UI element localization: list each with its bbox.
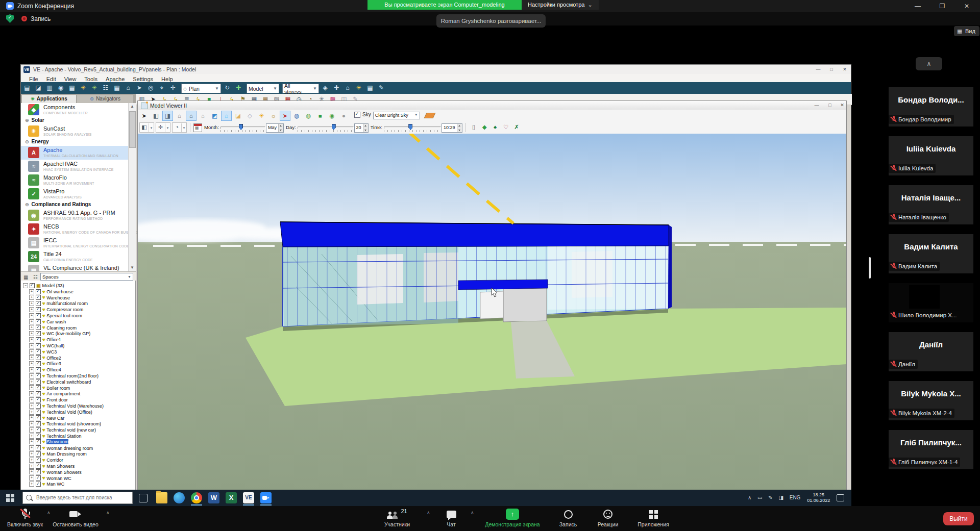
viewer-close-button[interactable]: ✕	[837, 102, 847, 109]
tree-row[interactable]: +♥WC(hall)	[29, 341, 135, 347]
tree-icon[interactable]: ♠	[491, 122, 500, 132]
action-center-icon[interactable]	[837, 494, 844, 501]
hidden-line-icon[interactable]: ⌂	[198, 111, 208, 121]
checkbox[interactable]	[36, 482, 41, 487]
pan-icon[interactable]: ✛	[168, 83, 178, 93]
sky-checkbox[interactable]	[354, 112, 360, 118]
view-mode-select[interactable]: ◇Plan▼	[181, 84, 221, 93]
wire-mode-icon[interactable]: ⌂	[186, 111, 197, 121]
zoom-in-icon[interactable]: ◎	[145, 83, 156, 93]
day-spinner[interactable]: 20	[354, 123, 369, 133]
cell-icon[interactable]: ◉	[327, 111, 337, 121]
tab-applications[interactable]: ✳Applications	[22, 95, 76, 103]
close-button[interactable]: ✕	[955, 0, 978, 12]
3d-viewport[interactable]	[138, 134, 846, 493]
pen-icon[interactable]: ✎	[768, 490, 772, 506]
people-icon[interactable]: ☷	[33, 274, 38, 280]
spin-up-icon[interactable]	[363, 124, 368, 128]
globe-green-icon[interactable]: ◍	[303, 111, 314, 121]
copy-view-icon[interactable]: ◧	[151, 111, 161, 121]
ve-close-button[interactable]: ✕	[840, 66, 850, 73]
language-indicator[interactable]: ENG	[790, 490, 801, 506]
display-mode-select[interactable]: Model▼	[247, 84, 279, 93]
security-shield-icon[interactable]	[6, 14, 14, 23]
viewer-title-bar[interactable]: Model Viewer II — □ ✕	[138, 101, 846, 110]
tree-row[interactable]: +♥Woman Showers	[29, 467, 135, 473]
time-slider[interactable]	[384, 123, 440, 132]
edge-icon[interactable]	[174, 492, 185, 503]
participants-chevron[interactable]: ∧	[427, 510, 430, 515]
green-cube-icon[interactable]: ■	[315, 111, 326, 121]
scroll-up-icon[interactable]: ▲	[129, 103, 136, 110]
month-slider[interactable]	[220, 123, 264, 132]
application-item[interactable]: A Apache THERMAL CALCULATION AND SIMULAT…	[21, 146, 135, 160]
axis-icon[interactable]: ✛▾	[156, 122, 170, 133]
collapse-icon[interactable]: −	[23, 283, 28, 288]
paste-view-icon[interactable]: ◨	[162, 111, 173, 121]
tree-row[interactable]: +♥New Car	[29, 413, 135, 419]
tree-row[interactable]: +♥Car wash	[29, 317, 135, 323]
tree-row[interactable]: +♥Woman WC	[29, 473, 135, 479]
model-db-icon[interactable]: ◉	[56, 83, 66, 93]
folder-model-icon[interactable]: ▦	[67, 83, 77, 93]
tree-row[interactable]: +♥WC (low-mobility GP)	[29, 328, 135, 335]
application-item[interactable]: ✓ VistaPro ADVANCED ANALYSIS	[21, 187, 135, 201]
video-options-chevron[interactable]: ∧	[106, 510, 110, 515]
tree-row[interactable]: +♥Special tool room	[29, 311, 135, 317]
taskbar-clock[interactable]: 18:2501.06.2022	[807, 492, 830, 503]
shade-mode-icon[interactable]: ⌂	[174, 111, 185, 121]
month-spinner[interactable]: May	[266, 123, 284, 133]
eraser-icon[interactable]	[424, 113, 435, 118]
participant-tile[interactable]: Бондар Володи... Бондар Володимир	[889, 87, 973, 127]
collapse-panel-button[interactable]: ∧	[916, 57, 942, 70]
display-icon[interactable]: ▭	[757, 490, 762, 506]
sun-small-icon[interactable]: ☀	[354, 83, 364, 93]
viewer-maximize-button[interactable]: □	[825, 102, 835, 109]
tree-row[interactable]: +♥Electrical switchboard	[29, 377, 135, 383]
north-arrow-icon[interactable]: ➤	[280, 111, 290, 121]
grid-icon[interactable]: ▦	[365, 83, 375, 93]
sphere-icon[interactable]: ●	[338, 111, 349, 121]
tree-row[interactable]: +♥Technical void (new car)	[29, 425, 135, 431]
participant-tile[interactable]: Гліб Пилипчук... Гліб Пилипчук ХМ-1-4	[889, 430, 973, 469]
application-item[interactable]: ≈ ApacheHVAC HVAC SYSTEM SIMULATION INTE…	[21, 160, 135, 173]
application-item[interactable]: ◉ ASHRAE 90.1 App. G - PRM PERFORMANCE R…	[21, 209, 135, 222]
zoom-window-icon[interactable]: ⌖	[157, 83, 167, 93]
grid-icon[interactable]: ▦	[23, 274, 28, 280]
add-person-icon[interactable]: ✚	[233, 83, 243, 93]
tree-row[interactable]: +♥Woman dreesing room	[29, 443, 135, 449]
participants-button[interactable]: 21 Участники	[377, 508, 418, 527]
tree-row[interactable]: +♥Office3	[29, 359, 135, 365]
tree-row[interactable]: +♥Technical Void (Office)	[29, 407, 135, 413]
stop-video-button[interactable]: Остановить видео	[50, 508, 101, 527]
tree-row[interactable]: +♥Office2	[29, 353, 135, 359]
tree-row[interactable]: +♥Technical room(2nd floor)	[29, 371, 135, 377]
taskbar-search[interactable]	[22, 492, 133, 504]
orbit-icon[interactable]: ◔▾	[172, 122, 187, 133]
cylinder-icon[interactable]: ▯	[469, 122, 479, 132]
ve-minimize-button[interactable]: —	[813, 66, 823, 73]
tree-row[interactable]: +♥Front door	[29, 395, 135, 401]
open-icon[interactable]: ◪	[33, 83, 43, 93]
slider-thumb[interactable]	[332, 124, 336, 130]
tree-row[interactable]: +♥Man Showers	[29, 461, 135, 467]
ghost-icon[interactable]: ◇	[244, 111, 255, 121]
participant-tile[interactable]: Наталія Іваще... Наталія Іващенко	[889, 185, 973, 224]
tree-row[interactable]: +♥Cleaning room	[29, 323, 135, 329]
gallery-view-button[interactable]: Вид	[954, 26, 979, 36]
walk-icon[interactable]: ✗	[512, 122, 522, 132]
section-header[interactable]: Compliance and Ratings	[21, 201, 135, 209]
participant-tile[interactable]: Iuliia Kuievda Iuliia Kuievda	[889, 136, 973, 175]
record-button[interactable]: Запись	[553, 508, 583, 527]
panel-resize-handle[interactable]	[869, 257, 871, 279]
section-header[interactable]: Solar	[21, 117, 135, 124]
start-button[interactable]	[6, 494, 14, 502]
chat-button[interactable]: Чат	[436, 508, 467, 527]
tree-row[interactable]: +♥WC3	[29, 347, 135, 353]
tree-row[interactable]: +♥Office1	[29, 335, 135, 341]
application-item[interactable]: ≈ MacroFlo MULTI-ZONE AIR MOVEMENT	[21, 173, 135, 187]
participant-tile[interactable]: Даніїл Даніїл	[889, 332, 973, 371]
view-options-button[interactable]: Настройки просмотра	[522, 0, 599, 10]
tree-row[interactable]: +♥Showroom	[29, 437, 135, 443]
chat-chevron[interactable]: ∧	[471, 510, 474, 515]
